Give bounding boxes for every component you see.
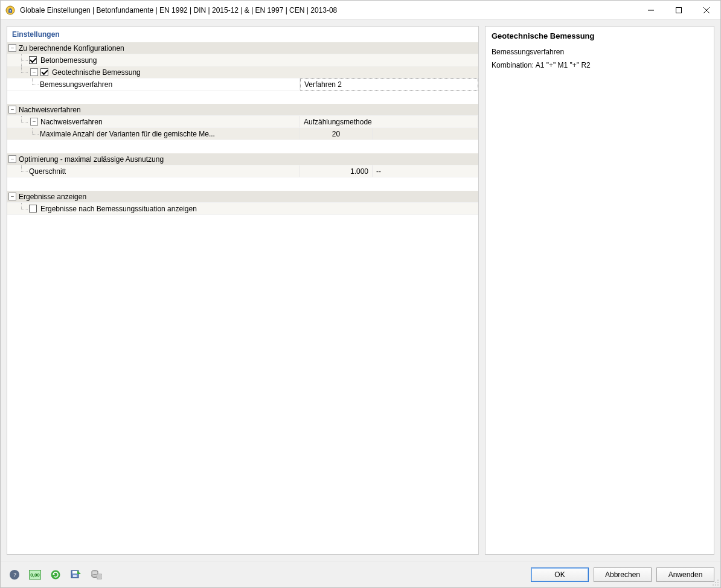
svg-text:0,00: 0,00 xyxy=(30,572,40,578)
group-label: Nachweisverfahren xyxy=(19,106,81,114)
item-nachweis-sub[interactable]: − Nachweisverfahren Aufzählungsmethode xyxy=(7,116,478,128)
value-cell[interactable]: 20 xyxy=(300,128,373,139)
settings-header: Einstellungen xyxy=(7,27,478,42)
svg-rect-13 xyxy=(72,571,77,574)
unit-text: -- xyxy=(376,167,381,176)
checkbox-icon[interactable] xyxy=(29,205,37,213)
info-line-2: Kombination: A1 "+" M1 "+" R2 xyxy=(492,61,708,69)
footer-bar: ? 0,00 xyxy=(1,561,720,587)
group-nachweis[interactable]: − Nachweisverfahren xyxy=(7,104,478,116)
svg-point-24 xyxy=(713,584,714,586)
settings-panel: Einstellungen − Zu berechnende Konfigura… xyxy=(7,26,479,555)
info-title: Geotechnische Bemessung xyxy=(492,31,708,40)
svg-point-11 xyxy=(51,570,60,579)
expander-icon[interactable]: − xyxy=(8,106,16,113)
apply-button[interactable]: Anwenden xyxy=(656,567,714,582)
item-label: Ergebnisse nach Bemessungssituation anze… xyxy=(40,205,197,213)
minimize-button[interactable] xyxy=(637,1,665,20)
ok-button[interactable]: OK xyxy=(531,567,589,582)
item-label: Geotechnische Bemessung xyxy=(52,68,141,77)
group-label: Zu berechnende Konfigurationen xyxy=(19,44,124,53)
svg-text:?: ? xyxy=(13,571,16,578)
settings-tree: − Zu berechnende Konfigurationen Betonbe… xyxy=(7,42,478,554)
svg-point-25 xyxy=(715,584,716,586)
item-label: Maximale Anzahl der Varianten für die ge… xyxy=(40,130,215,138)
titlebar: Globale Einstellungen | Betonfundamente … xyxy=(1,1,720,20)
item-label: Nachweisverfahren xyxy=(40,118,103,126)
value-cell[interactable]: Aufzählungsmethode xyxy=(300,116,478,127)
group-label: Ergebnisse anzeigen xyxy=(19,193,86,201)
item-label: Bemessungsverfahren xyxy=(40,80,112,89)
database-button[interactable] xyxy=(89,567,104,583)
item-geo-method[interactable]: Bemessungsverfahren Verfahren 2 xyxy=(7,78,478,91)
checkbox-icon[interactable] xyxy=(29,56,37,64)
info-panel: Geotechnische Bemessung Bemessungsverfah… xyxy=(485,26,714,555)
svg-point-23 xyxy=(717,582,719,583)
item-label: Betonbemessung xyxy=(40,56,97,65)
button-label: Abbrechen xyxy=(605,570,640,579)
group-optimierung[interactable]: − Optimierung - maximal zulässige Ausnut… xyxy=(7,153,478,165)
method-select[interactable]: Verfahren 2 xyxy=(300,78,478,91)
svg-point-21 xyxy=(717,580,719,581)
expander-icon[interactable]: − xyxy=(8,193,16,200)
item-ergebnisse-show[interactable]: Ergebnisse nach Bemessungssituation anze… xyxy=(7,203,478,215)
svg-point-22 xyxy=(715,582,716,583)
button-label: OK xyxy=(554,570,565,579)
close-button[interactable] xyxy=(693,1,720,20)
button-label: Anwenden xyxy=(668,570,703,579)
expander-icon[interactable]: − xyxy=(8,155,16,163)
unit-cell: -- xyxy=(373,167,409,176)
checkbox-icon[interactable] xyxy=(40,68,48,76)
item-label: Querschnitt xyxy=(29,167,66,176)
svg-point-26 xyxy=(717,584,719,586)
svg-point-2 xyxy=(10,10,11,11)
expander-icon[interactable]: − xyxy=(8,44,16,52)
maximize-button[interactable] xyxy=(665,1,693,20)
value-cell[interactable]: 1.000 xyxy=(300,165,373,177)
item-querschnitt[interactable]: Querschnitt 1.000 -- xyxy=(7,165,478,177)
app-icon xyxy=(5,5,15,15)
value-text: 20 xyxy=(332,130,340,138)
save-settings-button[interactable] xyxy=(68,567,84,583)
cancel-button[interactable]: Abbrechen xyxy=(594,567,652,582)
svg-rect-4 xyxy=(676,7,682,13)
group-ergebnisse[interactable]: − Ergebnisse anzeigen xyxy=(7,191,478,203)
info-line-1: Bemessungsverfahren xyxy=(492,48,708,56)
expander-icon[interactable]: − xyxy=(30,68,38,76)
value-text: 1.000 xyxy=(350,167,368,176)
reload-button[interactable] xyxy=(48,567,63,583)
group-label: Optimierung - maximal zulässige Ausnutzu… xyxy=(19,155,164,164)
resize-grip-icon[interactable] xyxy=(712,579,719,586)
item-betonbemessung[interactable]: Betonbemessung xyxy=(7,54,478,66)
value-text: Aufzählungsmethode xyxy=(304,118,372,126)
item-max-variants[interactable]: Maximale Anzahl der Varianten für die ge… xyxy=(7,128,478,140)
expander-icon[interactable]: − xyxy=(30,118,38,126)
item-geo[interactable]: − Geotechnische Bemessung xyxy=(7,66,478,78)
help-button[interactable]: ? xyxy=(7,567,22,583)
window-title: Globale Einstellungen | Betonfundamente … xyxy=(20,6,337,14)
svg-rect-14 xyxy=(73,575,77,577)
select-value: Verfahren 2 xyxy=(304,80,342,89)
units-button[interactable]: 0,00 xyxy=(27,567,43,583)
group-configs[interactable]: − Zu berechnende Konfigurationen xyxy=(7,42,478,54)
